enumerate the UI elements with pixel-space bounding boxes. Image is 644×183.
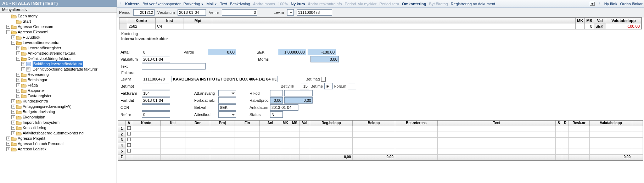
- cell-r[interactable]: [562, 126, 569, 132]
- cell-ms[interactable]: 0: [585, 23, 594, 29]
- attestkod-dropdown[interactable]: [218, 111, 236, 118]
- tb-text[interactable]: Text: [220, 2, 227, 6]
- cell-ms[interactable]: [290, 149, 299, 155]
- cell-trailing[interactable]: [632, 126, 643, 132]
- cell-r[interactable]: [562, 143, 569, 149]
- col-inst[interactable]: Inst: [156, 18, 184, 23]
- cell-s[interactable]: [556, 143, 562, 149]
- cell-betref[interactable]: [395, 149, 438, 155]
- text-input[interactable]: [142, 63, 206, 70]
- valdatum-input[interactable]: [142, 56, 170, 62]
- tb-ordna[interactable]: Ordna länkar: [620, 2, 643, 6]
- attansvarig-dropdown[interactable]: [218, 90, 236, 96]
- col-valutabelopp[interactable]: Valutabelopp: [606, 18, 642, 23]
- forsm-input[interactable]: [348, 83, 356, 89]
- cell-kst[interactable]: [161, 132, 185, 138]
- tb-nylank[interactable]: Ny länk: [604, 2, 617, 6]
- levnr-input[interactable]: [297, 9, 332, 16]
- expand-icon[interactable]: +: [11, 110, 15, 114]
- cell-proj[interactable]: [210, 132, 235, 138]
- cell-r[interactable]: [562, 132, 569, 138]
- cell-betref[interactable]: [395, 132, 438, 138]
- tree-item-definitiv-attest[interactable]: +Definitivbokföring attesterade fakturor: [1, 67, 117, 72]
- tree-item-ankomstreg[interactable]: +Ankomstregistrering faktura: [1, 51, 117, 56]
- cell-fin[interactable]: [235, 138, 260, 143]
- varde-input[interactable]: [208, 49, 236, 55]
- rkod-input2[interactable]: [284, 90, 313, 96]
- cell-mpt[interactable]: [184, 23, 212, 29]
- expand-icon[interactable]: +: [16, 89, 20, 93]
- cell-proj[interactable]: [210, 143, 235, 149]
- moms-input[interactable]: [310, 56, 339, 62]
- cell-anl[interactable]: [260, 126, 281, 132]
- tb-omkont[interactable]: Omkontering: [402, 2, 426, 6]
- cell-ms[interactable]: [290, 143, 299, 149]
- expand-icon[interactable]: +: [16, 78, 20, 82]
- col-resknr[interactable]: Resk.nr: [569, 121, 590, 126]
- cell-dnr[interactable]: [185, 149, 210, 155]
- betvillk-input[interactable]: [300, 83, 309, 89]
- cell-regbelopp[interactable]: [310, 138, 353, 143]
- cell-val[interactable]: [299, 149, 310, 155]
- col-fin[interactable]: Fin: [235, 121, 260, 126]
- cell-s[interactable]: [556, 149, 562, 155]
- expand-icon[interactable]: +: [16, 83, 20, 87]
- col-valutabelopp2[interactable]: Valutabelopp: [590, 121, 632, 126]
- cell-trailing[interactable]: [632, 132, 643, 138]
- cell-resknr[interactable]: [569, 149, 590, 155]
- cell-mk[interactable]: [281, 143, 290, 149]
- cell-konto[interactable]: [132, 138, 161, 143]
- tb-parkering[interactable]: Parkering▼: [184, 2, 204, 6]
- expand-icon[interactable]: +: [11, 121, 15, 124]
- tree-item-egen-meny[interactable]: Egen meny: [1, 13, 117, 19]
- tree-item-reversering[interactable]: +Reversering: [1, 72, 117, 77]
- cell-proj[interactable]: [210, 149, 235, 155]
- cell-r[interactable]: [562, 138, 569, 143]
- cell-fin[interactable]: [235, 132, 260, 138]
- cell-val[interactable]: [299, 143, 310, 149]
- cell-mk[interactable]: [576, 23, 585, 29]
- cell-mk[interactable]: [281, 126, 290, 132]
- col-konto[interactable]: Konto: [127, 18, 156, 23]
- posting-row[interactable]: 1: [118, 126, 643, 132]
- posting-row[interactable]: 3: [118, 138, 643, 143]
- cell-dnr[interactable]: [185, 143, 210, 149]
- tree-item-leverantorsreskontra[interactable]: −Leverantörsreskontra: [1, 40, 117, 45]
- account-row[interactable]: 2582 C4 0 SEK -100,00: [119, 23, 642, 29]
- tb-kvittera[interactable]: Kvittera: [125, 2, 140, 6]
- tree-item-betalningar[interactable]: +Betalningar: [1, 77, 117, 83]
- cell-ms[interactable]: [290, 126, 299, 132]
- cell-anl[interactable]: [260, 149, 281, 155]
- cell-kst[interactable]: [161, 126, 185, 132]
- cell-proj[interactable]: [210, 138, 235, 143]
- cell-fin[interactable]: [235, 143, 260, 149]
- tree-item-agresso-logistik[interactable]: +Agresso Logistik: [1, 146, 117, 152]
- expand-icon[interactable]: +: [6, 147, 10, 151]
- col-mk2[interactable]: MK: [281, 121, 290, 126]
- tree-item-agresso-gemensam[interactable]: +Agresso Gemensam: [1, 24, 117, 29]
- expand-icon[interactable]: +: [21, 62, 25, 66]
- cell-konto[interactable]: [132, 126, 161, 132]
- col-kst[interactable]: Kst: [161, 121, 185, 126]
- col-betref[interactable]: Bet.referens: [395, 121, 438, 126]
- cell-trailing[interactable]: [632, 138, 643, 143]
- cell-ms[interactable]: [290, 138, 299, 143]
- sek-rate-input[interactable]: [278, 49, 306, 55]
- cell-belopp[interactable]: [353, 132, 395, 138]
- tree-item-kundreskontra[interactable]: +Kundreskontra: [1, 99, 117, 104]
- cell-valutabelopp[interactable]: [590, 126, 632, 132]
- cell-valutabelopp[interactable]: -100,00: [606, 23, 642, 29]
- col-mpt[interactable]: Mpt: [184, 18, 212, 23]
- row-number[interactable]: 5: [118, 149, 126, 155]
- cell-dnr[interactable]: [185, 126, 210, 132]
- expand-icon[interactable]: +: [16, 51, 20, 55]
- status-input[interactable]: [270, 111, 283, 118]
- vernr-input[interactable]: [222, 9, 257, 16]
- forfdat-input[interactable]: [142, 97, 170, 104]
- levnamn-input[interactable]: [172, 76, 278, 82]
- cell-fin[interactable]: [235, 126, 260, 132]
- cell-konto[interactable]: [132, 143, 161, 149]
- betval-input[interactable]: [218, 104, 236, 111]
- cell-text[interactable]: [438, 126, 556, 132]
- sek-amt-input[interactable]: [308, 49, 336, 55]
